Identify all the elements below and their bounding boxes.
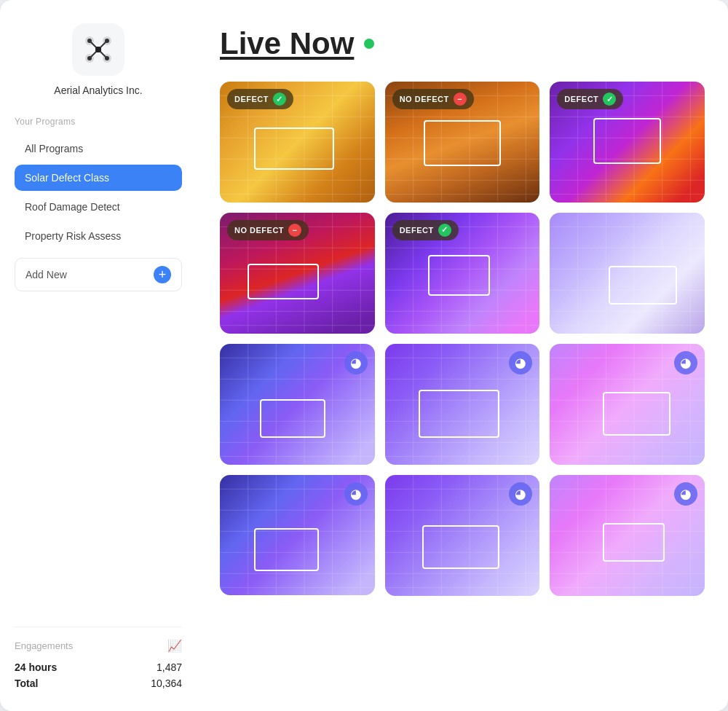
image-card-9[interactable]: ◕ xyxy=(550,344,705,465)
engagements-section: Engagements 📈 24 hours 1,487 Total 10,36… xyxy=(15,626,182,694)
stat-value-24h: 1,487 xyxy=(157,661,182,673)
badge-2: NO DEFECT− xyxy=(392,89,474,109)
live-indicator xyxy=(364,39,374,49)
nav-item-solar-defect[interactable]: Solar Defect Class xyxy=(15,165,182,191)
stat-value-total: 10,364 xyxy=(151,677,182,689)
card-bg-4: NO DEFECT− xyxy=(220,213,375,334)
processing-icon-8: ◕ xyxy=(509,351,532,374)
badge-4: NO DEFECT− xyxy=(227,220,309,240)
processing-icon-9: ◕ xyxy=(674,351,697,374)
chart-icon: 📈 xyxy=(167,639,182,653)
card-bg-12: ◕ xyxy=(550,475,705,596)
card-bg-9: ◕ xyxy=(550,344,705,465)
card-bg-7: ◕ xyxy=(220,344,375,465)
processing-icon-7: ◕ xyxy=(344,351,368,374)
image-card-2[interactable]: NO DEFECT− xyxy=(385,82,540,203)
detect-box-1 xyxy=(254,127,335,170)
stat-row-24h: 24 hours 1,487 xyxy=(15,661,182,673)
stat-label-24h: 24 hours xyxy=(15,661,57,673)
check-icon: ✓ xyxy=(438,224,451,237)
engagements-header: Engagements 📈 xyxy=(15,639,182,653)
image-card-6[interactable] xyxy=(550,213,705,334)
stat-label-total: Total xyxy=(15,677,38,689)
processing-icon-12: ◕ xyxy=(674,482,697,506)
svg-rect-12 xyxy=(95,47,101,52)
card-bg-8: ◕ xyxy=(385,344,540,465)
engagements-title: Engagements xyxy=(15,640,73,651)
nav-item-roof-damage[interactable]: Roof Damage Detect xyxy=(15,194,182,220)
image-card-11[interactable]: ◕ xyxy=(385,475,540,596)
badge-label-3: DEFECT xyxy=(564,95,598,103)
badge-label-4: NO DEFECT xyxy=(234,226,284,235)
logo-icon-box xyxy=(72,23,124,76)
image-card-7[interactable]: ◕ xyxy=(220,344,375,465)
detect-box-12 xyxy=(603,523,665,562)
processing-icon-10: ◕ xyxy=(344,482,368,506)
stat-row-total: Total 10,364 xyxy=(15,677,182,689)
company-name: Aerial Analytics Inc. xyxy=(54,85,142,96)
detect-box-10 xyxy=(254,528,319,572)
page-header: Live Now xyxy=(220,26,705,61)
main-content: Live Now DEFECT✓NO DEFECT−DEFECT✓NO DEFE… xyxy=(197,0,728,711)
check-icon: ✓ xyxy=(603,93,616,106)
detect-box-2 xyxy=(424,120,501,166)
detect-box-3 xyxy=(593,118,662,164)
image-card-8[interactable]: ◕ xyxy=(385,344,540,465)
image-card-4[interactable]: NO DEFECT− xyxy=(220,213,375,334)
badge-label-2: NO DEFECT xyxy=(400,95,449,103)
add-new-button[interactable]: Add New + xyxy=(15,258,182,291)
card-bg-3: DEFECT✓ xyxy=(550,82,705,203)
badge-label-1: DEFECT xyxy=(234,95,269,103)
add-new-label: Add New xyxy=(25,269,67,280)
detect-box-11 xyxy=(422,525,499,569)
your-programs-label: Your Programs xyxy=(15,117,182,127)
image-grid: DEFECT✓NO DEFECT−DEFECT✓NO DEFECT−DEFECT… xyxy=(220,82,705,596)
processing-icon-11: ◕ xyxy=(509,482,532,506)
badge-label-5: DEFECT xyxy=(400,226,434,235)
card-bg-10: ◕ xyxy=(220,475,375,596)
detect-box-7 xyxy=(260,399,325,438)
nav-item-property-risk[interactable]: Property Risk Assess xyxy=(15,223,182,249)
badge-3: DEFECT✓ xyxy=(557,89,623,109)
minus-icon: − xyxy=(454,93,467,106)
card-bg-11: ◕ xyxy=(385,475,540,596)
sidebar: Aerial Analytics Inc. Your Programs All … xyxy=(0,0,197,711)
image-card-10[interactable]: ◕ xyxy=(220,475,375,596)
detect-box-5 xyxy=(428,255,490,296)
badge-1: DEFECT✓ xyxy=(227,89,293,109)
badge-5: DEFECT✓ xyxy=(392,220,459,240)
image-card-3[interactable]: DEFECT✓ xyxy=(550,82,705,203)
image-card-1[interactable]: DEFECT✓ xyxy=(220,82,375,203)
card-bg-2: NO DEFECT− xyxy=(385,82,540,203)
page-title: Live Now xyxy=(220,26,354,61)
image-card-5[interactable]: DEFECT✓ xyxy=(385,213,540,334)
detect-box-9 xyxy=(603,392,671,436)
nav-item-all-programs[interactable]: All Programs xyxy=(15,135,182,162)
drone-icon xyxy=(82,34,114,66)
detect-box-8 xyxy=(419,390,499,438)
card-bg-1: DEFECT✓ xyxy=(220,82,375,203)
logo-area: Aerial Analytics Inc. xyxy=(15,23,182,96)
minus-icon: − xyxy=(288,224,301,237)
plus-icon: + xyxy=(154,266,171,283)
check-icon: ✓ xyxy=(273,93,286,106)
card-bg-6 xyxy=(550,213,705,334)
detect-box-6 xyxy=(609,266,677,305)
image-card-12[interactable]: ◕ xyxy=(550,475,705,596)
card-bg-5: DEFECT✓ xyxy=(385,213,540,334)
detect-box-4 xyxy=(248,264,319,300)
app-container: Aerial Analytics Inc. Your Programs All … xyxy=(0,0,728,711)
